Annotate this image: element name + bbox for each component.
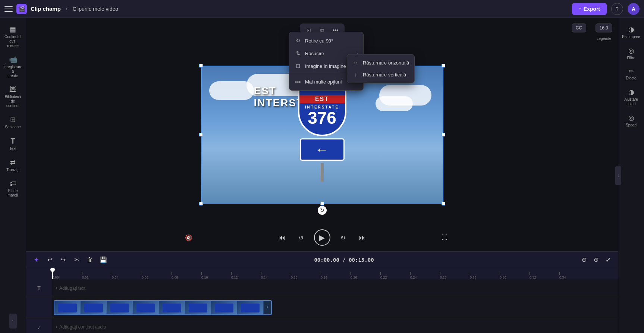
zoom-in-button[interactable]: ⊕ (591, 255, 601, 265)
skip-forward-button[interactable]: ⏭ (356, 231, 369, 244)
resize-handle-bm[interactable] (320, 202, 324, 205)
timeline-tracks: T + Adăugați text ⋮ (26, 279, 618, 333)
mute-button[interactable]: 🔇 (182, 231, 195, 244)
ruler-mark-18: 0:18 (321, 272, 351, 279)
timeline-section: ✦ ↩ ↪ ✂ 🗑 💾 00:00.00 / 00:15.00 ⊖ ⊕ ⤢ (26, 251, 618, 333)
add-audio-plus-icon: + (55, 324, 58, 330)
caption-badge[interactable]: CC (572, 23, 586, 32)
sidebar-item-content[interactable]: ▤ Conținutul dvs. medee (1, 22, 25, 51)
right-sidebar: ‹ ◑ Estompare ◎ Filtre ✏ Efecte ◑ Ajusta… (618, 18, 644, 333)
clip-thumb-6 (185, 301, 211, 315)
cloud-4 (376, 96, 413, 111)
resize-handle-tr[interactable] (442, 64, 445, 67)
ruler-mark-08: 0:08 (172, 272, 201, 279)
rs-item-speed[interactable]: ◎ Speed (620, 111, 643, 131)
timeline-delete-button[interactable]: 🗑 (84, 254, 95, 266)
help-button[interactable]: ? (611, 3, 623, 15)
timeline-ruler: 0:00 0:02 0:04 0:06 0:08 0:10 0:12 0:14 … (26, 268, 618, 279)
timeline-cursor[interactable] (52, 268, 53, 279)
right-sidebar-collapse-button[interactable]: ‹ (615, 166, 621, 185)
submenu-item-flip-h[interactable]: ↔ Răsturnare orizontală (347, 57, 414, 69)
audio-track-row: ♪ + Adăugați conținut audio (26, 318, 618, 333)
ruler-mark-22: 0:22 (380, 272, 410, 279)
timeline-save-button[interactable]: 💾 (98, 254, 109, 266)
audio-track-label: ♪ (26, 318, 52, 333)
resize-handle-bl[interactable] (199, 202, 203, 205)
timecode-separator: / (342, 257, 349, 263)
timeline-redo-button[interactable]: ↪ (57, 254, 69, 266)
timeline-cut-button[interactable]: ✂ (71, 254, 82, 266)
sidebar-label-record: Înregistrare &create (3, 65, 22, 78)
resize-handle-ml[interactable] (199, 133, 203, 136)
rs-label-filtre: Filtre (627, 56, 635, 60)
timeline-undo-button[interactable]: ↩ (44, 254, 55, 266)
rs-item-ajustare[interactable]: ◑ Ajustareculori (620, 85, 643, 109)
resize-handle-br[interactable] (442, 202, 445, 205)
left-sidebar: ▤ Conținutul dvs. medee 📹 Înregistrare &… (0, 18, 26, 333)
video-track-content[interactable]: ⋮ ⋮ (52, 297, 618, 318)
flip-v-icon: ↕ (352, 72, 359, 78)
add-audio-button[interactable]: + Adăugați conținut audio (52, 324, 109, 330)
skip-back-button[interactable]: ⏮ (275, 231, 289, 244)
ruler-mark-16: 0:16 (291, 272, 321, 279)
text-track-label: T (26, 279, 52, 297)
rewind-button[interactable]: ↺ (295, 231, 308, 244)
breadcrumb-current[interactable]: Clipurile mele video (73, 6, 118, 12)
video-clip-strip[interactable]: ⋮ ⋮ (54, 300, 272, 315)
app-logo: 🎬 (16, 4, 27, 14)
rs-label-estompare: Estompare (622, 35, 640, 39)
clip-right-handle[interactable]: ⋮ (264, 301, 271, 314)
play-button[interactable]: ▶ (314, 229, 330, 246)
add-text-label: Adăugați text (59, 286, 85, 291)
ruler-mark-30: 0:30 (500, 272, 530, 279)
zoom-controls: ⊖ ⊕ ⤢ (579, 255, 613, 265)
rs-label-ajustare: Ajustareculori (624, 97, 638, 106)
menu-button[interactable] (4, 6, 13, 12)
timeline-magic-button[interactable]: ✦ (31, 254, 42, 266)
breadcrumb-separator: › (66, 6, 67, 12)
audio-track-icon: ♪ (38, 324, 40, 330)
ctx-label-rotate: Rotire cu 90° (305, 38, 333, 44)
shield-top: EST (299, 95, 345, 103)
sign-group: EST INTERSTATE 376 (298, 88, 346, 182)
zoom-out-button[interactable]: ⊖ (579, 255, 590, 265)
sidebar-item-transitions[interactable]: ⇄ Tranziții (1, 155, 25, 175)
top-navigation: 🎬 Clip champ › Clipurile mele video Expo… (0, 0, 644, 18)
sidebar-item-templates[interactable]: ⊞ Șabloane (1, 113, 25, 132)
resize-handle-mr[interactable] (442, 133, 445, 136)
sidebar-item-text[interactable]: T Text (1, 134, 25, 154)
ruler-mark-26: 0:26 (440, 272, 470, 279)
resize-handle-tl[interactable] (199, 64, 203, 67)
pip-icon: ⊡ (295, 63, 301, 69)
transitions-icon: ⇄ (10, 158, 16, 167)
sidebar-item-brand[interactable]: 🏷 Kit de marcă (1, 177, 25, 201)
rs-label-efecte: Efecte (626, 76, 636, 81)
sidebar-item-record[interactable]: 📹 Înregistrare &create (1, 53, 25, 81)
app-title: Clip champ (31, 6, 61, 12)
rs-item-efecte[interactable]: ✏ Efecte (620, 65, 643, 84)
add-text-button[interactable]: + Adăugați text (52, 286, 88, 291)
rotate-icon: ↻ (295, 37, 301, 44)
ruler-mark-14: 0:14 (261, 272, 291, 279)
rs-item-filtre[interactable]: ◎ Filtre (620, 44, 643, 63)
forward-button[interactable]: ↻ (336, 231, 350, 244)
library-icon: 🖼 (10, 86, 16, 94)
shield-number: 376 (308, 109, 336, 126)
fullscreen-button[interactable]: ⛶ (438, 231, 451, 244)
ruler-mark-32: 0:32 (530, 272, 559, 279)
avatar-button[interactable]: A (628, 3, 640, 15)
aspect-ratio-badge[interactable]: 16:9 (596, 23, 612, 32)
clip-thumb-1 (54, 301, 81, 315)
sidebar-expand-button[interactable]: › (9, 314, 17, 329)
sidebar-item-library[interactable]: 🖼 Bibliotecă deconținut (1, 83, 25, 111)
video-track-label (26, 297, 52, 318)
submenu-item-flip-v[interactable]: ↕ Răsturnare verticală (347, 69, 414, 81)
export-button[interactable]: Export (572, 3, 607, 15)
sidebar-label-library: Bibliotecă deconținut (4, 95, 22, 108)
ctx-item-rotate[interactable]: ↻ Rotire cu 90° (289, 34, 363, 47)
rs-item-estompare[interactable]: ◑ Estompare (620, 22, 643, 42)
sidebar-label-templates: Șabloane (5, 125, 21, 129)
zoom-fit-button[interactable]: ⤢ (603, 255, 613, 265)
timecode-display: 00:00.00 / 00:15.00 (314, 257, 374, 263)
rotate-handle[interactable]: ↻ (318, 206, 327, 215)
